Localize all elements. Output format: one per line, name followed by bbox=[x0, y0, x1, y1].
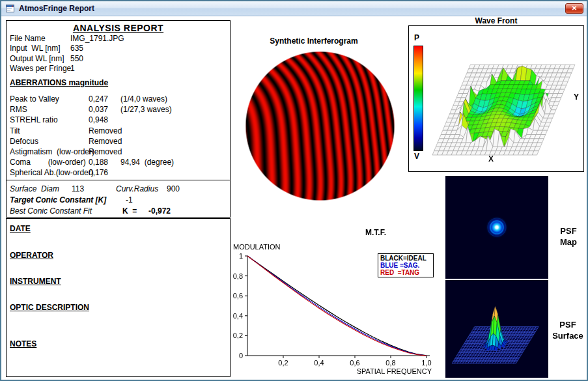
psf-map-label-line2: Map bbox=[550, 236, 587, 247]
aberration-extra: 94,94 (degree) bbox=[120, 157, 174, 167]
mtf-x-tick-label: 0,8 bbox=[385, 359, 395, 367]
report-row: RMS0,037(1/27,3 waves) bbox=[7, 104, 230, 115]
analysis-report-panel: ANALYSIS REPORT File NameIMG_1791.JPGInp… bbox=[6, 20, 231, 218]
report-row: Peak to Valley0,247(1/4,0 waves) bbox=[7, 94, 230, 104]
target-conic-label: Target Conic Constant [K] bbox=[10, 195, 126, 205]
aberration-value: 0,247 bbox=[89, 94, 120, 104]
mtf-title: M.T.F. bbox=[278, 228, 473, 237]
report-form-panel: DATEOPERATORINSTRUMENTOPTIC DESCRIPTIONN… bbox=[6, 218, 231, 377]
aberration-value: 0,188 bbox=[89, 157, 120, 167]
colorbar-valley-label: V bbox=[414, 152, 419, 161]
curv-radius-label: Curv.Radius bbox=[116, 184, 167, 193]
wavefront-title: Wave Front bbox=[408, 16, 584, 25]
psf-surface-label-line1: PSF bbox=[547, 319, 588, 330]
surface-row: Surface Diam 113 Curv.Radius 900 bbox=[10, 184, 229, 193]
title-bar[interactable]: AtmosFringe Report bbox=[1, 1, 587, 16]
report-row: Input WL [nm]635 bbox=[7, 44, 230, 53]
field-value: 635 bbox=[70, 44, 83, 53]
wavefront-panel: P V Y X bbox=[408, 25, 584, 172]
form-section-heading: OPERATOR bbox=[10, 251, 53, 260]
window-title: AtmosFringe Report bbox=[19, 4, 94, 13]
surface-diam-value: 113 bbox=[72, 184, 116, 193]
field-value: 1 bbox=[70, 64, 75, 74]
aberration-extra: (1/4,0 waves) bbox=[120, 94, 167, 104]
close-button[interactable]: ✕ bbox=[565, 3, 583, 14]
target-conic-row: Target Conic Constant [K] -1 bbox=[10, 195, 229, 205]
aberration-label: STREHL ratio bbox=[10, 115, 89, 125]
aberrations-heading: ABERRATIONS magnitude bbox=[10, 78, 108, 87]
form-section-heading: DATE bbox=[10, 224, 31, 233]
wavefront-colorbar bbox=[413, 46, 423, 151]
best-conic-label: Best Conic Constant Fit bbox=[10, 206, 122, 216]
psf-surface-label: PSF Surface bbox=[547, 319, 588, 341]
field-value: IMG_1791.JPG bbox=[70, 34, 124, 44]
wavefront-y-axis-label: Y bbox=[574, 92, 579, 102]
mtf-x-tick-label: 0,6 bbox=[350, 359, 359, 367]
aberration-value: 0,948 bbox=[89, 115, 120, 125]
mtf-y-tick-label: 0,4 bbox=[233, 312, 243, 320]
aberration-value: 0,176 bbox=[89, 167, 120, 178]
colorbar-peak-label: P bbox=[414, 33, 419, 42]
aberration-label: Peak to Valley bbox=[10, 94, 89, 104]
mtf-x-axis-title: SPATIAL FREQUENCY bbox=[357, 367, 432, 375]
curv-radius-value: 900 bbox=[167, 184, 180, 193]
form-section-heading: INSTRUMENT bbox=[10, 277, 61, 286]
aberration-value: Removed bbox=[89, 147, 120, 157]
app-window: AtmosFringe Report ✕ ANALYSIS REPORT Fil… bbox=[0, 0, 588, 381]
mtf-x-tick-label: 0,2 bbox=[278, 359, 288, 367]
field-label: File Name bbox=[10, 34, 70, 44]
interferogram-title: Synthetic Interferogram bbox=[245, 36, 382, 46]
report-row: File NameIMG_1791.JPG bbox=[7, 34, 230, 44]
aberration-extra: (1/27,3 waves) bbox=[120, 104, 172, 115]
mtf-legend-item: BLUE =SAG. bbox=[380, 262, 431, 269]
best-conic-row: Best Conic Constant Fit K = -0,972 bbox=[10, 206, 229, 216]
wavefront-x-axis-label: X bbox=[488, 154, 494, 163]
field-label: Output WL [nm] bbox=[10, 54, 70, 64]
mtf-y-tick-label: 1 bbox=[239, 252, 243, 260]
mtf-y-tick-label: 0,6 bbox=[233, 292, 243, 300]
mtf-y-tick-label: 0,2 bbox=[233, 332, 243, 339]
close-icon: ✕ bbox=[572, 5, 577, 12]
mtf-y-tick-label: 0,8 bbox=[233, 272, 243, 280]
aberration-rows: Peak to Valley0,247(1/4,0 waves)RMS0,037… bbox=[7, 94, 230, 178]
report-row: Coma (low-order)0,18894,94 (degree) bbox=[7, 157, 230, 167]
aberration-label: Tilt bbox=[10, 126, 89, 136]
report-row: Astigmatism (low-order)Removed bbox=[7, 147, 230, 157]
psf-surface-label-line2: Surface bbox=[547, 330, 588, 341]
app-icon bbox=[5, 4, 15, 13]
report-row: TiltRemoved bbox=[7, 126, 230, 136]
report-fields: File NameIMG_1791.JPGInput WL [nm]635Out… bbox=[7, 34, 230, 74]
mtf-legend-item: BLACK=IDEAL bbox=[380, 255, 431, 262]
aberration-value: Removed bbox=[89, 136, 120, 147]
form-section-heading: NOTES bbox=[10, 339, 36, 348]
aberration-label: Defocus bbox=[10, 136, 89, 147]
aberration-label: Spherical Ab.(low-order) bbox=[10, 167, 89, 178]
aberration-label: Astigmatism (low-order) bbox=[10, 147, 89, 157]
target-conic-value: -1 bbox=[126, 195, 133, 205]
wavefront-surface-image bbox=[425, 30, 581, 168]
aberration-label: Coma (low-order) bbox=[10, 157, 89, 167]
psf-surface-image bbox=[445, 280, 548, 378]
surface-section: Surface Diam 113 Curv.Radius 900 Target … bbox=[7, 180, 230, 217]
psf-map-label: PSF Map bbox=[550, 225, 587, 247]
mtf-legend-item: RED =TANG bbox=[380, 269, 431, 276]
aberration-value: Removed bbox=[89, 126, 120, 136]
surface-diam-label: Surface Diam bbox=[10, 184, 72, 193]
field-label: Waves per Fringe bbox=[10, 64, 70, 74]
report-row: Waves per Fringe1 bbox=[7, 64, 230, 74]
form-section-heading: OPTIC DESCRIPTION bbox=[10, 303, 89, 312]
psf-map-label-line1: PSF bbox=[550, 225, 587, 236]
field-value: 550 bbox=[70, 54, 83, 64]
psf-map-image bbox=[445, 176, 548, 279]
mtf-x-tick-label: 0,4 bbox=[314, 359, 324, 367]
report-row: Spherical Ab.(low-order)0,176 bbox=[7, 167, 230, 178]
mtf-legend: BLACK=IDEALBLUE =SAG.RED =TANG bbox=[378, 253, 434, 277]
report-row: Output WL [nm]550 bbox=[7, 54, 230, 64]
report-row: STREHL ratio0,948 bbox=[7, 115, 230, 125]
aberration-label: RMS bbox=[10, 104, 89, 115]
aberration-value: 0,037 bbox=[89, 104, 120, 115]
report-title: ANALYSIS REPORT bbox=[7, 23, 230, 33]
mtf-y-tick-label: 0 bbox=[239, 352, 243, 360]
report-row: DefocusRemoved bbox=[7, 136, 230, 147]
interferogram-image bbox=[245, 51, 395, 201]
